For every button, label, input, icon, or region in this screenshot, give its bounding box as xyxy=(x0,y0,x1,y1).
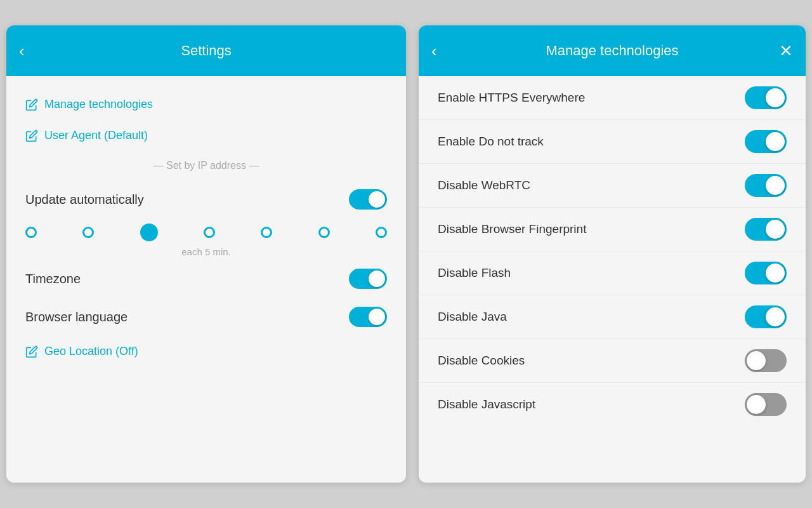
slider-dot-5[interactable] xyxy=(318,227,330,238)
update-interval-slider-container: each 5 min. xyxy=(25,218,387,260)
disable-java-toggle[interactable] xyxy=(745,305,787,328)
update-automatically-label: Update automatically xyxy=(25,192,144,207)
disable-flash-toggle[interactable] xyxy=(745,262,787,284)
disable-cookies-toggle[interactable] xyxy=(745,349,787,372)
disable-javascript-toggle[interactable] xyxy=(745,393,787,416)
slider-dot-4[interactable] xyxy=(261,227,272,238)
disable-cookies-label: Disable Cookies xyxy=(438,354,525,368)
manage-technologies-header: ‹ Manage technologies ✕ xyxy=(419,25,806,76)
enable-do-not-track-toggle[interactable] xyxy=(745,130,787,153)
ip-address-divider: — Set by IP address — xyxy=(25,151,387,180)
enable-https-everywhere-label: Enable HTTPS Everywhere xyxy=(438,91,585,105)
disable-java-row: Disable Java xyxy=(419,295,806,339)
browser-language-label: Browser language xyxy=(25,310,128,324)
slider-dot-2-active[interactable] xyxy=(140,224,158,241)
disable-webrtc-toggle[interactable] xyxy=(745,174,787,197)
disable-javascript-label: Disable Javascript xyxy=(438,398,535,411)
manage-technologies-panel: ‹ Manage technologies ✕ Enable HTTPS Eve… xyxy=(419,25,806,483)
slider-dot-3[interactable] xyxy=(204,227,215,238)
browser-language-toggle[interactable] xyxy=(349,307,387,327)
settings-content: Manage technologies User Agent (Default)… xyxy=(6,76,406,380)
manage-technologies-link[interactable]: Manage technologies xyxy=(25,89,387,120)
update-interval-slider[interactable] xyxy=(25,224,387,241)
edit-icon-manage xyxy=(25,98,38,111)
settings-header: ‹ Settings xyxy=(6,25,406,76)
timezone-toggle[interactable] xyxy=(349,269,387,289)
timezone-label: Timezone xyxy=(25,272,81,286)
disable-browser-fingerprint-label: Disable Browser Fingerprint xyxy=(438,222,586,236)
edit-icon-geo xyxy=(25,345,38,358)
geo-location-link[interactable]: Geo Location (Off) xyxy=(25,336,387,367)
disable-flash-row: Disable Flash xyxy=(419,251,806,295)
manage-technologies-label: Manage technologies xyxy=(44,98,153,111)
disable-flash-label: Disable Flash xyxy=(438,266,511,280)
slider-dot-0[interactable] xyxy=(25,227,37,238)
browser-language-row: Browser language xyxy=(25,298,387,336)
settings-panel: ‹ Settings Manage technologies User Agen… xyxy=(6,25,406,483)
settings-title: Settings xyxy=(181,43,232,59)
user-agent-label: User Agent (Default) xyxy=(44,129,148,142)
enable-do-not-track-label: Enable Do not track xyxy=(438,135,544,149)
edit-icon-user-agent xyxy=(25,130,38,142)
settings-back-button[interactable]: ‹ xyxy=(19,43,25,59)
enable-https-everywhere-toggle[interactable] xyxy=(745,86,787,109)
slider-interval-label: each 5 min. xyxy=(25,246,387,257)
manage-technologies-title: Manage technologies xyxy=(546,43,678,59)
slider-dot-1[interactable] xyxy=(82,227,94,238)
update-automatically-toggle[interactable] xyxy=(349,189,387,210)
disable-cookies-row: Disable Cookies xyxy=(419,339,806,383)
disable-javascript-row: Disable Javascript xyxy=(419,383,806,426)
slider-dot-6[interactable] xyxy=(376,227,387,238)
disable-browser-fingerprint-row: Disable Browser Fingerprint xyxy=(419,208,806,251)
enable-https-everywhere-row: Enable HTTPS Everywhere xyxy=(419,76,806,120)
user-agent-link[interactable]: User Agent (Default) xyxy=(25,120,387,151)
manage-close-button[interactable]: ✕ xyxy=(779,43,793,59)
timezone-row: Timezone xyxy=(25,260,387,298)
geo-location-label: Geo Location (Off) xyxy=(44,345,138,358)
disable-webrtc-row: Disable WebRTC xyxy=(419,164,806,208)
update-automatically-row: Update automatically xyxy=(25,180,387,218)
disable-webrtc-label: Disable WebRTC xyxy=(438,178,530,192)
disable-java-label: Disable Java xyxy=(438,310,507,324)
manage-back-button[interactable]: ‹ xyxy=(431,43,437,59)
tech-items-list: Enable HTTPS Everywhere Enable Do not tr… xyxy=(419,76,806,426)
disable-browser-fingerprint-toggle[interactable] xyxy=(745,218,787,241)
enable-do-not-track-row: Enable Do not track xyxy=(419,120,806,164)
